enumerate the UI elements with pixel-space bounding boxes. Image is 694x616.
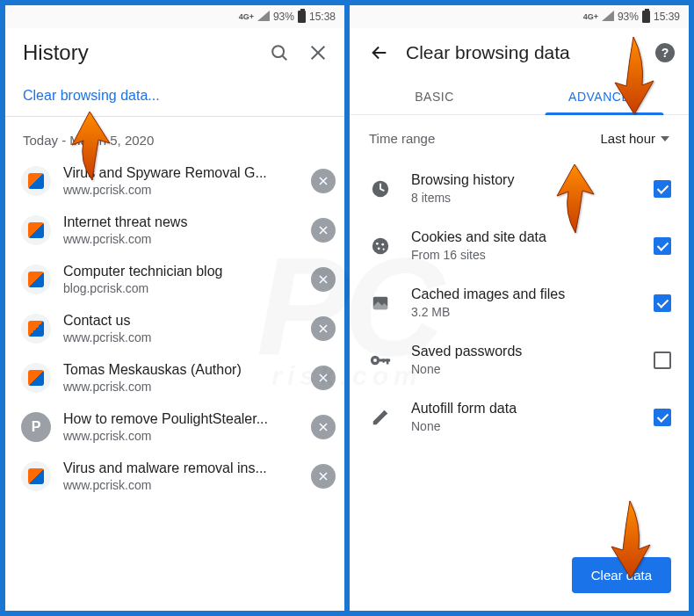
history-item[interactable]: Contact uswww.pcrisk.com <box>5 304 344 353</box>
option-subtitle: 3.2 MB <box>411 305 634 319</box>
history-url: www.pcrisk.com <box>63 330 299 344</box>
svg-point-20 <box>372 237 388 253</box>
history-url: www.pcrisk.com <box>63 183 299 197</box>
chevron-down-icon <box>661 136 669 141</box>
search-icon[interactable] <box>267 40 292 65</box>
history-item[interactable]: Virus and Spyware Removal G...www.pcrisk… <box>5 156 344 206</box>
delete-history-item[interactable] <box>311 415 336 439</box>
delete-history-item[interactable] <box>311 267 336 292</box>
svg-point-21 <box>376 242 379 244</box>
option-subtitle: From 16 sites <box>411 248 634 262</box>
option-title: Cached images and files <box>411 286 634 302</box>
history-item[interactable]: Computer technician blogblog.pcrisk.com <box>5 255 344 304</box>
favicon <box>21 363 51 393</box>
clear-option-image[interactable]: Cached images and files3.2 MB <box>350 274 689 331</box>
favicon <box>21 166 51 196</box>
delete-history-item[interactable] <box>311 218 336 243</box>
time-range-selector[interactable]: Time range Last hour <box>350 115 689 160</box>
history-title: Tomas Meskauskas (Author) <box>63 362 299 378</box>
network-icon: 4G+ <box>583 12 598 21</box>
history-title: How to remove PoulightStealer... <box>63 411 299 427</box>
history-url: blog.pcrisk.com <box>63 281 299 295</box>
page-title: History <box>23 40 253 65</box>
history-url: www.pcrisk.com <box>63 380 299 394</box>
help-icon[interactable]: ? <box>655 43 675 62</box>
svg-point-27 <box>373 359 377 362</box>
history-item[interactable]: Virus and malware removal ins...www.pcri… <box>5 452 344 501</box>
svg-rect-30 <box>383 359 385 362</box>
time-range-value: Last hour <box>600 131 655 146</box>
history-title: Internet threat news <box>63 214 299 230</box>
favicon: P <box>21 412 51 442</box>
battery-icon <box>298 11 306 23</box>
option-subtitle: None <box>411 362 634 376</box>
network-icon: 4G+ <box>239 12 254 21</box>
delete-history-item[interactable] <box>311 366 336 390</box>
cookie-icon <box>369 235 392 257</box>
favicon <box>21 215 51 245</box>
clear-option-cookie[interactable]: Cookies and site dataFrom 16 sites <box>350 217 689 274</box>
image-icon <box>369 292 392 315</box>
history-url: www.pcrisk.com <box>63 232 299 246</box>
svg-rect-29 <box>387 359 389 364</box>
history-title: Computer technician blog <box>63 264 299 279</box>
status-bar-right: 4G+ 93% 15:39 <box>350 5 689 28</box>
option-title: Saved passwords <box>411 344 634 359</box>
tab-basic[interactable]: BASIC <box>350 77 519 114</box>
battery-pct: 93% <box>618 11 639 23</box>
history-url: www.pcrisk.com <box>63 429 299 443</box>
option-checkbox[interactable] <box>654 351 671 369</box>
pencil-icon <box>369 406 392 429</box>
option-title: Cookies and site data <box>411 229 634 245</box>
clear-option-key[interactable]: Saved passwordsNone <box>350 331 689 388</box>
status-bar-left: 4G+ 93% 15:38 <box>5 5 344 28</box>
option-checkbox[interactable] <box>654 294 671 312</box>
history-title: Virus and malware removal ins... <box>63 460 299 476</box>
clear-data-button[interactable]: Clear data <box>572 557 671 593</box>
history-title: Contact us <box>63 313 299 329</box>
battery-icon <box>642 11 650 23</box>
clock-time: 15:38 <box>309 11 336 23</box>
option-subtitle: None <box>411 419 634 433</box>
history-url: www.pcrisk.com <box>63 478 299 492</box>
delete-history-item[interactable] <box>311 169 336 193</box>
close-icon[interactable] <box>306 40 330 65</box>
clear-option-pencil[interactable]: Autofill form dataNone <box>350 388 689 446</box>
favicon <box>21 461 51 491</box>
svg-line-1 <box>283 56 287 61</box>
svg-point-0 <box>272 46 284 57</box>
key-icon <box>369 349 392 372</box>
battery-pct: 93% <box>273 11 294 23</box>
page-title: Clear browsing data <box>406 42 641 63</box>
option-title: Autofill form data <box>411 401 634 417</box>
svg-point-24 <box>383 248 385 250</box>
history-item[interactable]: Tomas Meskauskas (Author)www.pcrisk.com <box>5 353 344 402</box>
history-date-header: Today - March 5, 2020 <box>5 117 344 156</box>
option-checkbox[interactable] <box>654 409 671 426</box>
clock-icon <box>369 178 392 200</box>
history-title: Virus and Spyware Removal G... <box>63 165 299 181</box>
history-item[interactable]: PHow to remove PoulightStealer...www.pcr… <box>5 402 344 452</box>
favicon <box>21 265 51 294</box>
favicon <box>21 314 51 344</box>
option-title: Browsing history <box>411 172 634 188</box>
option-subtitle: 8 items <box>411 191 634 205</box>
phone-history: 4G+ 93% 15:38 History Clear browsing dat… <box>5 5 344 611</box>
signal-icon <box>602 11 614 24</box>
clock-time: 15:39 <box>654 11 680 23</box>
delete-history-item[interactable] <box>311 464 336 489</box>
phone-clear-data: 4G+ 93% 15:39 Clear browsing data ? BASI… <box>350 5 689 611</box>
delete-history-item[interactable] <box>311 316 336 341</box>
signal-icon <box>257 11 270 24</box>
time-range-label: Time range <box>369 131 435 146</box>
history-item[interactable]: Internet threat newswww.pcrisk.com <box>5 206 344 255</box>
back-icon[interactable] <box>367 40 392 65</box>
option-checkbox[interactable] <box>654 180 671 198</box>
tab-advanced[interactable]: ADVANCED <box>519 77 689 114</box>
svg-point-23 <box>378 247 380 250</box>
clear-option-clock[interactable]: Browsing history8 items <box>350 160 689 217</box>
svg-point-22 <box>381 243 384 245</box>
clear-browsing-data-link[interactable]: Clear browsing data... <box>5 77 344 117</box>
option-checkbox[interactable] <box>654 237 671 255</box>
